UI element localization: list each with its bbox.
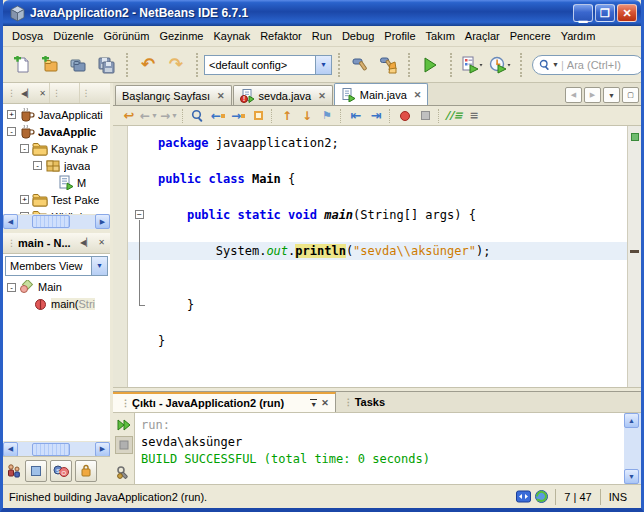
uncomment-button[interactable]: ≡: [464, 107, 484, 125]
code-line-5[interactable]: public static void main(String[] args) {: [128, 206, 627, 224]
code-area[interactable]: package javaapplication2; public class M…: [128, 126, 627, 387]
run-button[interactable]: [416, 51, 444, 79]
search-scope-icon[interactable]: ▼: [552, 61, 559, 68]
toggle-bookmark-button[interactable]: ⚑: [317, 107, 337, 125]
editor-tab-main-java[interactable]: Main.java✕: [334, 83, 429, 105]
sync-icon[interactable]: [516, 489, 531, 504]
open-project-button[interactable]: [64, 51, 92, 79]
code-line-10[interactable]: }: [128, 296, 627, 314]
filter-static-members-button[interactable]: SO: [50, 460, 72, 482]
code-line-8[interactable]: [128, 260, 627, 278]
shift-right-button[interactable]: ⇥: [366, 107, 386, 125]
close-panel-icon[interactable]: ✕: [36, 88, 49, 99]
build-button[interactable]: [346, 51, 374, 79]
minimize-group-icon[interactable]: ▼: [310, 399, 317, 408]
output-tab-tasks[interactable]: ⋮Tasks: [336, 392, 391, 412]
title-bar[interactable]: JavaApplication2 - NetBeans IDE 6.7.1 ▁ …: [3, 0, 641, 26]
code-line-4[interactable]: [128, 188, 627, 206]
error-stripe[interactable]: [627, 126, 641, 387]
menu-kaynak[interactable]: Kaynak: [208, 28, 255, 44]
code-line-9[interactable]: [128, 278, 627, 296]
tree-item-javaapplicati[interactable]: +JavaApplicati: [3, 106, 110, 123]
collapse-icon[interactable]: -: [7, 127, 16, 136]
redo-button[interactable]: ↷: [162, 51, 190, 79]
undo-button[interactable]: ↶: [134, 51, 162, 79]
debug-button[interactable]: [458, 51, 486, 79]
navigator-horizontal-scrollbar[interactable]: ◀ ▶: [3, 441, 110, 456]
code-line-11[interactable]: [128, 314, 627, 332]
output-scrollbar[interactable]: ▲ ▼: [624, 413, 641, 484]
record-macro-button[interactable]: [395, 107, 415, 125]
menu-tak-m[interactable]: Takım: [421, 28, 460, 44]
tree-item-javaa[interactable]: -javaa: [3, 157, 110, 174]
close-panel-icon[interactable]: ✕: [95, 237, 108, 248]
menu-yard-m[interactable]: Yardım: [556, 28, 601, 44]
scroll-up-icon[interactable]: ▲: [624, 413, 639, 428]
last-edited-button[interactable]: ↩: [119, 107, 139, 125]
menu-run[interactable]: Run: [307, 28, 337, 44]
quick-search-input[interactable]: ▼|Ara (Ctrl+I): [532, 55, 644, 75]
minimize-button[interactable]: ▁: [573, 4, 593, 22]
close-tab-icon[interactable]: ✕: [321, 398, 329, 408]
stop-icon[interactable]: [115, 436, 133, 454]
find-button[interactable]: [188, 107, 208, 125]
menu-profile[interactable]: Profile: [379, 28, 420, 44]
close-tab-icon[interactable]: ✕: [217, 91, 225, 101]
expand-icon[interactable]: +: [20, 195, 29, 204]
projects-horizontal-scrollbar[interactable]: ◀ ▶: [3, 214, 110, 229]
scroll-tabs-left-icon[interactable]: ◀: [565, 87, 582, 103]
tree-item-javaapplic[interactable]: -JavaApplic: [3, 123, 110, 140]
output-console[interactable]: run:sevda\aksüngerBUILD SUCCESSFUL (tota…: [135, 413, 624, 484]
collapse-icon[interactable]: -: [33, 161, 42, 170]
output-tab-çıktı-javaapplication2-run-[interactable]: ⋮Çıktı - JavaApplication2 (run)▼✕: [113, 392, 336, 412]
collapse-icon[interactable]: -: [7, 283, 16, 292]
scroll-right-icon[interactable]: ▶: [95, 442, 110, 457]
new-project-button[interactable]: [36, 51, 64, 79]
no-errors-badge[interactable]: [631, 133, 639, 141]
tree-item-m[interactable]: M: [3, 174, 110, 191]
clean-build-button[interactable]: [374, 51, 402, 79]
current-line-mark[interactable]: [630, 250, 639, 253]
shift-left-button[interactable]: ⇤: [346, 107, 366, 125]
update-center-icon[interactable]: [534, 489, 549, 504]
menu-debug[interactable]: Debug: [337, 28, 379, 44]
collapse-icon[interactable]: -: [20, 144, 29, 153]
chevron-down-icon[interactable]: ▼: [315, 56, 331, 74]
chevron-down-icon[interactable]: ▼: [91, 257, 107, 275]
code-line-6[interactable]: [128, 224, 627, 242]
toggle-highlight-button[interactable]: [248, 107, 268, 125]
scroll-down-icon[interactable]: ▼: [624, 469, 639, 484]
scroll-left-icon[interactable]: ◀: [3, 214, 18, 229]
nav-forward-button[interactable]: →▼: [159, 107, 179, 125]
editor-tab-sevda-java[interactable]: !sevda.java✕: [233, 85, 333, 105]
close-tab-icon[interactable]: ✕: [318, 91, 326, 101]
tree-item-test-pake[interactable]: +Test Pake: [3, 191, 110, 208]
menu-pencere[interactable]: Pencere: [505, 28, 556, 44]
scroll-tabs-right-icon[interactable]: ▶: [584, 87, 601, 103]
code-line-2[interactable]: [128, 152, 627, 170]
tree-item-main-[interactable]: main(Stri: [3, 296, 110, 313]
close-tab-icon[interactable]: ✕: [414, 90, 422, 100]
prev-bookmark-button[interactable]: ↑: [277, 107, 297, 125]
scrollbar-thumb[interactable]: [32, 215, 70, 228]
menu-ara-lar[interactable]: Araçlar: [460, 28, 505, 44]
tree-item-main[interactable]: -Main: [3, 279, 110, 296]
comment-button[interactable]: //≡: [444, 107, 464, 125]
fold-collapse-icon[interactable]: −: [135, 210, 144, 219]
next-bookmark-button[interactable]: ↓: [297, 107, 317, 125]
menu-dosya[interactable]: Dosya: [7, 28, 48, 44]
navigator-panel-header[interactable]: ⋮ main - N... ◀▏ ✕: [3, 233, 110, 254]
config-select[interactable]: <default config>▼: [204, 55, 332, 75]
maximize-editor-icon[interactable]: ▢: [622, 87, 639, 103]
tree-item-kaynak-p[interactable]: -Kaynak P: [3, 140, 110, 157]
nav-back-button[interactable]: ←▼: [139, 107, 159, 125]
scrollbar-thumb[interactable]: [32, 443, 70, 456]
minimize-panel-icon[interactable]: ◀▏: [18, 88, 36, 99]
rerun-icon[interactable]: [115, 416, 133, 434]
menu-d-zenle[interactable]: Düzenle: [48, 28, 98, 44]
stop-macro-button[interactable]: [415, 107, 435, 125]
filter-non-public-button[interactable]: [25, 460, 47, 482]
scroll-right-icon[interactable]: ▶: [95, 214, 110, 229]
next-occurrence-button[interactable]: →: [228, 107, 248, 125]
output-options-icon[interactable]: [115, 463, 133, 481]
